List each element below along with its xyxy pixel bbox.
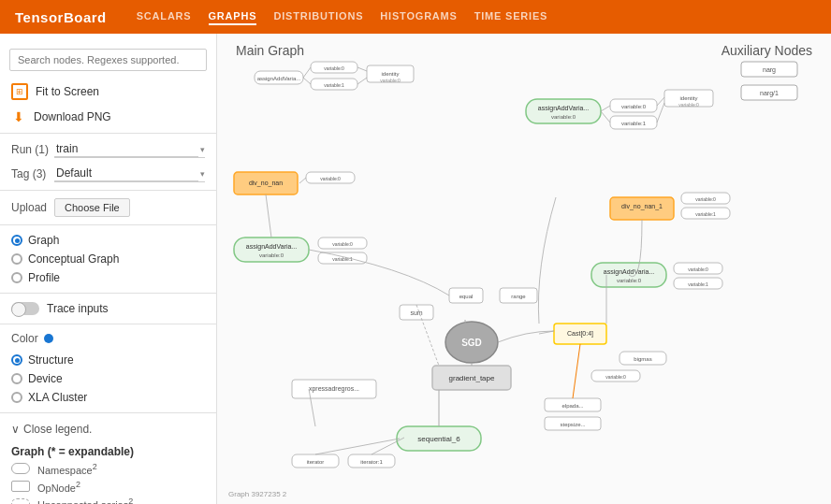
search-input[interactable] bbox=[9, 49, 207, 71]
choose-file-button[interactable]: Choose File bbox=[54, 198, 130, 217]
main-nav: SCALARS GRAPHS DISTRIBUTIONS HISTOGRAMS … bbox=[137, 8, 547, 25]
legend-graph-title: Graph (* = expandable) bbox=[0, 441, 216, 460]
tag-label: Tag (3) bbox=[11, 167, 49, 180]
svg-text:variable:1: variable:1 bbox=[695, 211, 716, 217]
divider-5 bbox=[0, 324, 216, 324]
profile-radio-circle bbox=[11, 272, 22, 283]
legend-section: ∨ Close legend. bbox=[0, 417, 216, 441]
color-radio-xla[interactable]: XLA Cluster bbox=[11, 388, 205, 407]
divider-6 bbox=[0, 412, 216, 413]
svg-text:narg: narg bbox=[763, 66, 776, 74]
divider-4 bbox=[0, 293, 216, 294]
svg-text:assignAddVaria...: assignAddVaria... bbox=[604, 268, 654, 276]
namespace-label: Namespace2 bbox=[37, 462, 97, 476]
device-radio-circle bbox=[11, 373, 22, 384]
graph-radio-circle bbox=[11, 235, 22, 246]
fit-to-screen-button[interactable]: ⊞ Fit to Screen bbox=[0, 79, 216, 105]
svg-text:variable:0: variable:0 bbox=[617, 278, 642, 283]
upload-row: Upload Choose File bbox=[0, 194, 216, 221]
aux-nodes-title: Auxiliary Nodes bbox=[722, 43, 812, 58]
svg-text:Graph 3927235 2: Graph 3927235 2 bbox=[228, 490, 287, 498]
sidebar: ⊞ Fit to Screen ⬇ Download PNG Run (1) t… bbox=[0, 34, 217, 504]
graph-area[interactable]: Main Graph Auxiliary Nodes narg narg/1 a… bbox=[217, 34, 831, 504]
color-radio-structure[interactable]: Structure bbox=[11, 351, 205, 369]
svg-text:variable:0: variable:0 bbox=[320, 176, 341, 181]
svg-text:assignAddVaria...: assignAddVaria... bbox=[538, 105, 589, 112]
namespace-shape bbox=[11, 463, 30, 474]
trace-inputs-toggle[interactable] bbox=[11, 302, 39, 315]
download-icon: ⬇ bbox=[11, 109, 26, 124]
tag-select-arrow: ▾ bbox=[200, 169, 205, 179]
app-header: TensorBoard SCALARS GRAPHS DISTRIBUTIONS… bbox=[0, 0, 831, 34]
run-select-wrapper[interactable]: train ▾ bbox=[54, 141, 205, 158]
svg-rect-42 bbox=[234, 238, 309, 262]
conceptual-radio-label: Conceptual Graph bbox=[28, 252, 119, 266]
svg-text:identity: identity bbox=[679, 95, 697, 101]
svg-text:Cast[0:4]: Cast[0:4] bbox=[567, 330, 593, 338]
xla-radio-label: XLA Cluster bbox=[28, 391, 87, 404]
download-png-label: Download PNG bbox=[34, 110, 111, 123]
svg-text:variable:0: variable:0 bbox=[678, 102, 699, 108]
opnode-label: OpNode2 bbox=[37, 480, 80, 494]
color-row: Color bbox=[0, 328, 216, 349]
svg-text:variable:1: variable:1 bbox=[332, 256, 353, 262]
svg-text:div_no_nan: div_no_nan bbox=[249, 180, 283, 187]
divider-3 bbox=[0, 224, 216, 225]
svg-text:equal: equal bbox=[459, 294, 474, 299]
app-logo: TensorBoard bbox=[15, 9, 107, 25]
graph-radio-profile[interactable]: Profile bbox=[11, 268, 205, 287]
svg-text:bigmas: bigmas bbox=[634, 356, 651, 362]
nav-distributions[interactable]: DISTRIBUTIONS bbox=[273, 8, 363, 25]
nav-timeseries[interactable]: TIME SERIES bbox=[474, 8, 547, 25]
svg-text:sum: sum bbox=[410, 310, 422, 316]
svg-text:variable:1: variable:1 bbox=[688, 281, 708, 287]
svg-text:variable:0: variable:0 bbox=[695, 196, 716, 202]
legend-opnode: OpNode2 bbox=[0, 478, 216, 496]
color-radio-device[interactable]: Device bbox=[11, 369, 205, 388]
tag-select-wrapper[interactable]: Default ▾ bbox=[54, 166, 205, 182]
nav-histograms[interactable]: HISTOGRAMS bbox=[380, 8, 457, 25]
svg-text:variable:0: variable:0 bbox=[605, 374, 626, 380]
legend-unconnected: Unconnected series2 bbox=[0, 495, 216, 504]
color-radio-group: Structure Device XLA Cluster bbox=[0, 349, 216, 409]
svg-rect-18 bbox=[526, 99, 601, 123]
run-select[interactable]: train bbox=[54, 141, 198, 157]
legend-close-label: Close legend. bbox=[23, 423, 92, 436]
svg-text:variable:1: variable:1 bbox=[621, 121, 647, 126]
legend-namespace: Namespace2 bbox=[0, 460, 216, 478]
svg-text:variable:0: variable:0 bbox=[688, 266, 708, 272]
legend-toggle[interactable]: ∨ Close legend. bbox=[11, 423, 205, 436]
graph-radio-label: Graph bbox=[28, 234, 59, 247]
graph-radio-graph[interactable]: Graph bbox=[11, 231, 205, 250]
fit-to-screen-label: Fit to Screen bbox=[36, 85, 99, 98]
svg-text:gradient_tape: gradient_tape bbox=[449, 374, 495, 382]
graph-svg[interactable]: narg narg/1 assignAddVaria... variable:0… bbox=[217, 34, 831, 504]
svg-text:variable:0: variable:0 bbox=[332, 241, 353, 247]
tag-row: Tag (3) Default ▾ bbox=[0, 162, 216, 186]
color-label: Color bbox=[11, 332, 38, 345]
svg-text:iterator:1: iterator:1 bbox=[360, 459, 383, 465]
fit-screen-icon: ⊞ bbox=[11, 83, 28, 100]
svg-text:iterator: iterator bbox=[307, 459, 325, 465]
svg-text:div_no_nan_1: div_no_nan_1 bbox=[621, 203, 663, 210]
tag-select[interactable]: Default bbox=[54, 166, 198, 181]
svg-text:narg/1: narg/1 bbox=[760, 90, 779, 97]
svg-text:variable:0: variable:0 bbox=[551, 114, 576, 120]
svg-text:range: range bbox=[511, 294, 526, 299]
svg-rect-0 bbox=[217, 34, 831, 504]
svg-text:elpada...: elpada... bbox=[561, 403, 583, 409]
svg-text:variable:0: variable:0 bbox=[259, 252, 284, 258]
main-layout: ⊞ Fit to Screen ⬇ Download PNG Run (1) t… bbox=[0, 34, 831, 504]
nav-scalars[interactable]: SCALARS bbox=[137, 8, 192, 25]
upload-label: Upload bbox=[11, 201, 47, 214]
svg-text:variable:0: variable:0 bbox=[380, 78, 401, 83]
download-png-button[interactable]: ⬇ Download PNG bbox=[0, 105, 216, 129]
color-structure-dot bbox=[44, 334, 53, 343]
graph-radio-conceptual[interactable]: Conceptual Graph bbox=[11, 250, 205, 268]
run-select-arrow: ▾ bbox=[200, 145, 205, 154]
main-graph-title: Main Graph bbox=[236, 43, 304, 58]
unconnected-label: Unconnected series2 bbox=[37, 497, 133, 504]
svg-text:stepsize...: stepsize... bbox=[560, 422, 585, 427]
opnode-shape bbox=[11, 481, 30, 492]
nav-graphs[interactable]: GRAPHS bbox=[209, 8, 257, 25]
